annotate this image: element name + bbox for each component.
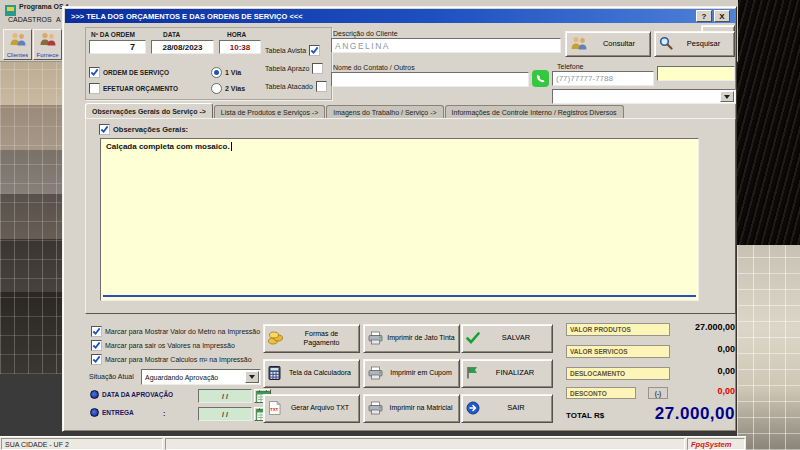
checkbox-mostrar-valor-metro[interactable]: Marcar para Mostrar Valor do Metro na Im…	[91, 326, 260, 337]
valor-servicos-label: VALOR SERVICOS	[566, 345, 670, 358]
status-brand: FpqSystem	[687, 438, 745, 450]
aprovacao-label: DATA DA APROVAÇÃO	[102, 391, 173, 398]
status-bar: SUA CIDADE - UF 2 FpqSystem	[0, 436, 746, 450]
tab-observacoes-gerais[interactable]: Observações Gerais do Serviço ->	[85, 103, 213, 119]
menu-item-cadastros[interactable]: CADASTROS	[8, 16, 52, 23]
imprimir-jato-tinta-button[interactable]: Imprimir de Jato Tinta	[363, 324, 460, 353]
pesquisar-label: Pesquisar	[677, 40, 730, 49]
data-field[interactable]: 28/08/2023	[151, 40, 214, 54]
formas-pagamento-label: Formas de Pagamento	[288, 330, 355, 346]
salvar-button[interactable]: SALVAR	[461, 324, 553, 353]
contato-combo-arrow-icon[interactable]	[720, 91, 734, 102]
tab-lista-produtos[interactable]: Lista de Produtos e Serviços ->	[214, 105, 325, 119]
search-icon	[659, 36, 673, 52]
situacao-combobox[interactable]: Aguardando Aprovação	[141, 369, 261, 385]
checkbox-tabela-aprazo[interactable]: Tabela Aprazo	[265, 63, 323, 74]
numero-field[interactable]: 7	[89, 40, 146, 54]
close-button[interactable]: X	[714, 10, 730, 22]
aux-yellow-field[interactable]	[657, 66, 735, 81]
toolbar-button-fornecedores[interactable]: Fornece	[33, 29, 62, 60]
checkbox-observacoes-gerais[interactable]: Observações Gerais:	[99, 124, 188, 135]
flag-icon	[466, 366, 478, 381]
radio-2-vias-control	[211, 83, 222, 94]
radio-1-via[interactable]: 1 Via	[211, 67, 241, 78]
telefone-field[interactable]: (77)77777-7788	[552, 71, 654, 86]
telefone-label: Telefone	[557, 63, 583, 70]
calculadora-button[interactable]: Tela da Calculadora	[263, 359, 360, 388]
printer-icon	[368, 331, 383, 346]
checkbox-tabela-avista[interactable]: Tabela Avista	[265, 45, 320, 56]
parent-window-title: Programa OS f	[19, 3, 68, 10]
window-title: >>> TELA DOS ORÇAMENTOS E DAS ORDENS DE …	[71, 12, 303, 21]
tabela-avista-label: Tabela Avista	[265, 47, 306, 54]
entrega-row: ENTREGA	[90, 408, 134, 417]
hora-label: HORA	[227, 31, 246, 38]
toolbar-clientes-label: Clientes	[7, 52, 29, 58]
toolbar-button-clientes[interactable]: Clientes	[3, 29, 32, 60]
toolbar-fornecedores-label: Fornece	[36, 52, 58, 58]
tabela-aprazo-label: Tabela Aprazo	[265, 65, 309, 72]
deslocamento-value: 0,00	[661, 366, 735, 376]
sair-label: SAIR	[484, 404, 548, 413]
pesquisar-button[interactable]: Pesquisar	[654, 31, 735, 57]
mostrar-valor-metro-checkbox	[91, 326, 102, 337]
calculos-m2-checkbox	[91, 354, 102, 365]
consultar-button[interactable]: Consultar	[565, 31, 651, 57]
help-button[interactable]: ?	[696, 10, 712, 22]
hora-field[interactable]: 10:38	[219, 40, 261, 54]
radio-2-vias[interactable]: 2 Vias	[211, 83, 245, 94]
telefone-value: (77)77777-7788	[556, 74, 613, 83]
checkbox-efetuar-orcamento[interactable]: EFETUAR ORÇAMENTO	[89, 83, 178, 94]
salvar-label: SALVAR	[484, 334, 548, 343]
situacao-combo-arrow-icon[interactable]	[245, 371, 259, 383]
menu-item-a[interactable]: A	[56, 16, 61, 23]
imprimir-cupom-label: Imprimir em Cupom	[387, 369, 455, 377]
observacoes-label: Observações Gerais:	[113, 125, 188, 134]
contato-field[interactable]	[331, 72, 529, 87]
efetuar-orcamento-label: EFETUAR ORÇAMENTO	[103, 85, 178, 92]
valor-servicos-value: 0,00	[661, 344, 735, 354]
checkbox-tabela-atacado[interactable]: Tabela Atacado	[265, 81, 327, 92]
tab-imagens-trabalho[interactable]: Imagens do Trabalho / Serviço ->	[326, 105, 443, 119]
data-aprovacao-row: DATA DA APROVAÇÃO	[90, 390, 173, 399]
tabela-aprazo-checkbox	[312, 63, 323, 74]
desconto-value: 0,00	[671, 386, 735, 396]
sair-valores-checkbox	[91, 340, 102, 351]
situacao-label: Situação Atual	[89, 373, 134, 380]
whatsapp-icon[interactable]	[532, 70, 549, 87]
text-cursor	[231, 142, 232, 151]
clientes-icon	[9, 32, 27, 51]
descricao-value: ANGELINA	[335, 41, 390, 51]
descricao-field[interactable]: ANGELINA	[331, 38, 561, 53]
hora-value: 10:38	[230, 43, 250, 52]
efetuar-orcamento-checkbox	[89, 83, 100, 94]
window-titlebar[interactable]: >>> TELA DOS ORÇAMENTOS E DAS ORDENS DE …	[65, 9, 736, 23]
finalizar-label: FINALIZAR	[482, 369, 548, 378]
total-label: TOTAL R$	[566, 411, 604, 420]
consultar-label: Consultar	[592, 40, 646, 49]
formas-pagamento-button[interactable]: Formas de Pagamento	[263, 324, 360, 353]
imprimir-cupom-button[interactable]: Imprimir em Cupom	[363, 359, 460, 388]
data-label: DATA	[163, 31, 180, 38]
observacoes-textarea[interactable]: Calçada completa com mosaico.	[100, 138, 699, 301]
sair-button[interactable]: SAIR	[461, 394, 553, 423]
numero-label: Nº DA ORDEM	[91, 31, 135, 38]
tabela-avista-checkbox	[309, 45, 320, 56]
ordem-servico-label: ORDEM DE SERVIÇO	[103, 69, 169, 76]
via2-label: 2 Vias	[225, 85, 245, 92]
status-city: SUA CIDADE - UF 2	[1, 438, 163, 450]
finalizar-button[interactable]: FINALIZAR	[461, 359, 553, 388]
entrega-date-field[interactable]: / /	[198, 407, 252, 421]
tab-controle-interno[interactable]: Informações de Controle Interno / Regist…	[445, 105, 624, 119]
status-spacer	[165, 438, 685, 450]
desktop-photo-top-right	[737, 0, 800, 245]
contato-combobox[interactable]	[552, 89, 736, 104]
checkbox-sair-valores[interactable]: Marcar para sair os Valores na Impressão	[91, 340, 235, 351]
gerar-txt-button[interactable]: TXT Gerar Arquivo TXT	[263, 394, 360, 423]
via1-label: 1 Via	[225, 69, 241, 76]
checkbox-ordem-servico[interactable]: ORDEM DE SERVIÇO	[89, 67, 169, 78]
imprimir-matricial-button[interactable]: Imprimir na Matricial	[363, 394, 460, 423]
checkbox-calculos-m2[interactable]: Marcar para Mostrar Calculos m² na Impre…	[91, 354, 252, 365]
aprovacao-date-field[interactable]: / /	[198, 389, 252, 403]
imprimir-matricial-label: Imprimir na Matricial	[387, 404, 455, 412]
